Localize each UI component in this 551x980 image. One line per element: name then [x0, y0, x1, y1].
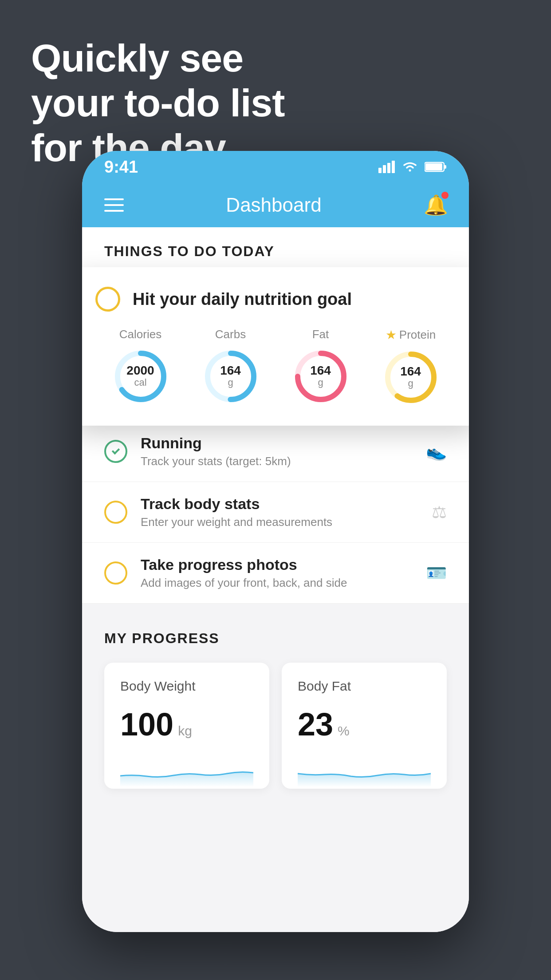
status-icons — [378, 161, 447, 173]
svg-rect-3 — [392, 161, 395, 173]
protein-value: 164 — [400, 365, 421, 378]
svg-rect-0 — [378, 168, 382, 173]
svg-rect-2 — [387, 163, 390, 173]
carbs-label: Carbs — [215, 328, 246, 341]
notification-bell[interactable]: 🔔 — [424, 194, 447, 217]
app-content: THINGS TO DO TODAY Hit your daily nutrit… — [82, 227, 469, 932]
calories-label: Calories — [119, 328, 161, 341]
body-stats-title: Track body stats — [141, 495, 418, 513]
signal-icon — [378, 161, 395, 173]
card-title: Hit your daily nutrition goal — [133, 290, 352, 309]
status-time: 9:41 — [104, 158, 138, 177]
nutrition-carbs: Carbs 164 g — [202, 328, 260, 405]
running-subtitle: Track your stats (target: 5km) — [141, 454, 413, 468]
photo-person-icon: 🪪 — [426, 563, 447, 583]
phone-mockup: 9:41 D — [82, 151, 469, 932]
wifi-icon — [401, 161, 418, 173]
progress-section: MY PROGRESS Body Weight 100 kg — [82, 604, 469, 806]
todo-item-body-stats[interactable]: Track body stats Enter your weight and m… — [82, 482, 469, 543]
protein-label: Protein — [399, 328, 436, 342]
body-fat-title: Body Fat — [298, 679, 431, 694]
headline-line2: your to-do list — [31, 81, 285, 125]
running-circle — [104, 440, 127, 463]
nutrition-checkbox[interactable] — [95, 287, 120, 312]
fat-unit: g — [310, 377, 331, 388]
todo-item-photos[interactable]: Take progress photos Add images of your … — [82, 543, 469, 604]
things-to-do-header: THINGS TO DO TODAY — [82, 227, 469, 270]
body-fat-sparkline — [298, 756, 431, 787]
fat-label: Fat — [312, 328, 329, 341]
svg-rect-6 — [425, 163, 442, 170]
carbs-value: 164 — [220, 364, 241, 377]
battery-icon — [425, 161, 447, 173]
todo-list: Running Track your stats (target: 5km) 👟… — [82, 421, 469, 604]
protein-star-label: ★ Protein — [386, 328, 436, 342]
body-weight-unit: kg — [178, 723, 192, 739]
svg-rect-5 — [444, 165, 446, 169]
running-text: Running Track your stats (target: 5km) — [141, 435, 413, 468]
protein-ring: 164 g — [382, 348, 440, 406]
running-shoe-icon: 👟 — [426, 442, 447, 461]
body-weight-sparkline — [120, 756, 253, 787]
body-fat-unit: % — [338, 723, 350, 739]
body-weight-value-row: 100 kg — [120, 706, 253, 743]
fat-value: 164 — [310, 364, 331, 377]
nutrition-calories: Calories 2000 cal — [112, 328, 169, 405]
card-title-row: Hit your daily nutrition goal — [95, 287, 456, 312]
nutrition-protein: ★ Protein 164 g — [382, 328, 440, 406]
app-headline: Quickly see your to-do list for the day. — [31, 36, 285, 170]
body-stats-subtitle: Enter your weight and measurements — [141, 515, 418, 529]
body-stats-circle — [104, 501, 127, 524]
todo-item-running[interactable]: Running Track your stats (target: 5km) 👟 — [82, 421, 469, 482]
progress-header: MY PROGRESS — [104, 630, 447, 647]
nav-bar: Dashboard 🔔 — [82, 183, 469, 227]
fat-ring: 164 g — [292, 348, 350, 405]
nutrition-fat: Fat 164 g — [292, 328, 350, 405]
calories-unit: cal — [126, 377, 154, 388]
body-weight-title: Body Weight — [120, 679, 253, 694]
body-fat-number: 23 — [298, 706, 333, 743]
things-to-do-title: THINGS TO DO TODAY — [104, 243, 447, 260]
body-weight-number: 100 — [120, 706, 173, 743]
progress-cards: Body Weight 100 kg — [104, 663, 447, 789]
body-weight-card[interactable]: Body Weight 100 kg — [104, 663, 269, 789]
svg-rect-1 — [383, 165, 386, 173]
carbs-unit: g — [220, 377, 241, 388]
status-bar: 9:41 — [82, 151, 469, 183]
photos-title: Take progress photos — [141, 556, 413, 573]
photos-circle — [104, 561, 127, 585]
body-stats-text: Track body stats Enter your weight and m… — [141, 495, 418, 529]
nutrition-card: Hit your daily nutrition goal Calories 2… — [82, 267, 469, 426]
running-title: Running — [141, 435, 413, 452]
nutrition-row: Calories 2000 cal Carbs — [95, 328, 456, 406]
carbs-ring: 164 g — [202, 348, 260, 405]
body-fat-card[interactable]: Body Fat 23 % — [282, 663, 447, 789]
photos-text: Take progress photos Add images of your … — [141, 556, 413, 590]
calories-value: 2000 — [126, 364, 154, 377]
hamburger-menu[interactable] — [104, 198, 124, 212]
notification-dot — [441, 192, 449, 199]
body-fat-value-row: 23 % — [298, 706, 431, 743]
checkmark-icon — [112, 447, 120, 454]
nav-title: Dashboard — [226, 194, 321, 216]
scale-icon: ⚖ — [432, 502, 447, 522]
calories-ring: 2000 cal — [112, 348, 169, 405]
star-icon: ★ — [386, 328, 397, 342]
protein-unit: g — [400, 378, 421, 389]
headline-line1: Quickly see — [31, 36, 243, 80]
photos-subtitle: Add images of your front, back, and side — [141, 576, 413, 590]
